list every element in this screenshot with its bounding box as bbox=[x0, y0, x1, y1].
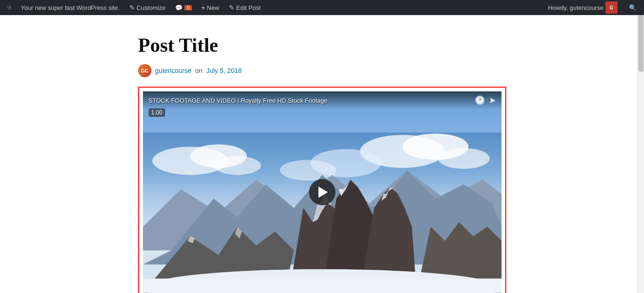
comments-link[interactable]: 💬 0 bbox=[171, 0, 196, 15]
scrollbar-thumb[interactable] bbox=[638, 15, 644, 72]
post-container: Post Title GC gutencourse on July 5, 201… bbox=[138, 34, 506, 293]
new-content-link[interactable]: + New bbox=[198, 0, 223, 15]
user-greeting[interactable]: Howdy, gutencourse G bbox=[544, 0, 621, 15]
plus-icon: + bbox=[201, 4, 205, 11]
video-player[interactable]: STOCK FOOTAGE AND VIDEO I Royalty Free H… bbox=[143, 91, 502, 293]
svg-point-8 bbox=[310, 149, 381, 178]
scrollbar-track[interactable] bbox=[637, 15, 644, 293]
comment-count: 0 bbox=[184, 5, 192, 10]
video-block-wrapper: STOCK FOOTAGE AND VIDEO I Royalty Free H… bbox=[138, 87, 506, 293]
play-button[interactable] bbox=[309, 179, 335, 205]
author-link[interactable]: gutencourse bbox=[155, 67, 192, 74]
video-timestamp: 1.00 bbox=[149, 108, 165, 117]
mountains-svg bbox=[143, 122, 502, 293]
search-icon: 🔍 bbox=[629, 4, 636, 11]
wp-logo-button[interactable] bbox=[4, 2, 15, 13]
clock-icon[interactable]: 🕐 bbox=[475, 95, 485, 106]
admin-bar: Your new super fast WordPress site. ✎ Cu… bbox=[0, 0, 644, 15]
svg-rect-22 bbox=[143, 279, 502, 293]
edit-icon: ✎ bbox=[229, 4, 234, 11]
on-text: on bbox=[195, 67, 203, 74]
share-icon[interactable]: ➤ bbox=[489, 95, 496, 106]
customize-link[interactable]: ✎ Customize bbox=[125, 0, 169, 15]
admin-bar-left: Your new super fast WordPress site. ✎ Cu… bbox=[4, 0, 544, 15]
video-top-bar: STOCK FOOTAGE AND VIDEO I Royalty Free H… bbox=[143, 91, 502, 109]
edit-post-link[interactable]: ✎ Edit Post bbox=[225, 0, 265, 15]
video-top-icons: 🕐 ➤ bbox=[475, 95, 496, 106]
pencil-icon: ✎ bbox=[129, 4, 135, 11]
avatar: G bbox=[605, 1, 618, 14]
author-avatar: GC bbox=[138, 64, 151, 77]
search-button[interactable]: 🔍 bbox=[625, 0, 640, 15]
main-content: Post Title GC gutencourse on July 5, 201… bbox=[0, 15, 644, 293]
svg-point-3 bbox=[214, 156, 261, 175]
post-meta: GC gutencourse on July 5, 2018 bbox=[138, 64, 506, 77]
svg-point-6 bbox=[438, 148, 490, 169]
video-title: STOCK FOOTAGE AND VIDEO I Royalty Free H… bbox=[149, 97, 328, 104]
comment-icon: 💬 bbox=[175, 4, 183, 11]
site-name-link[interactable]: Your new super fast WordPress site. bbox=[17, 0, 124, 15]
admin-bar-right: Howdy, gutencourse G 🔍 bbox=[544, 0, 640, 15]
post-date: July 5, 2018 bbox=[206, 67, 242, 74]
post-title: Post Title bbox=[138, 34, 506, 57]
